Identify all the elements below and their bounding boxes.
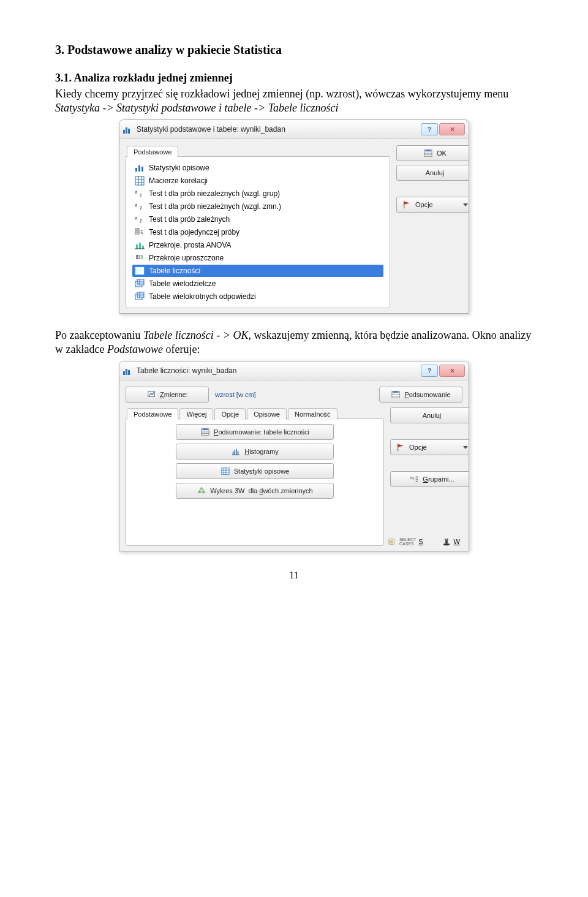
text-fragment: Po zaakceptowaniu	[55, 329, 143, 341]
window-help-button[interactable]: ?	[421, 365, 438, 377]
histograms-button[interactable]: Histogramy Histogramy	[176, 444, 334, 460]
option-statystyki-opisowe[interactable]: Statystyki opisowe	[132, 162, 383, 174]
bars-icon	[134, 163, 145, 173]
table-icon	[221, 467, 230, 475]
variables-button[interactable]: Zmienne:	[126, 387, 209, 403]
by-group-button[interactable]: Grupami... Grupami...	[390, 471, 469, 487]
tab-pane-podstawowe: Podsumowanie: tabele liczności Podsumowa…	[126, 418, 384, 546]
frequency-tables-dialog: Tabele liczności: wyniki_badan ? ✕ Zmien…	[119, 361, 469, 551]
option-label: Test t dla pojedynczej próby	[149, 228, 239, 237]
table-stack-icon	[134, 292, 145, 301]
xy-icon	[134, 202, 145, 211]
option-label: Przekroje uproszczone	[149, 254, 224, 262]
button-label: Histogramy	[244, 448, 279, 455]
dialog-titlebar: Tabele liczności: wyniki_badan ? ✕	[119, 361, 469, 380]
option-ttest-zaleznych[interactable]: Test t dla prób zależnych	[132, 213, 383, 225]
summary-freq-tables-button[interactable]: Podsumowanie: tabele liczności Podsumowa…	[176, 424, 334, 440]
tab-podstawowe[interactable]: Podstawowe	[127, 146, 178, 157]
ok-button[interactable]: OK	[396, 145, 469, 161]
button-label: Statystyki opisowe	[234, 467, 289, 475]
tabs: Podstawowe	[126, 145, 390, 157]
tab-podstawowe[interactable]: Podstawowe	[127, 408, 178, 420]
option-ttest-zmn[interactable]: Test t dla prób niezależnych (wzgl. zmn.…	[132, 200, 383, 213]
button-label: Wykres 3W dla dwóch zmiennych	[210, 487, 312, 494]
option-label: Tabele wielodzielcze	[149, 279, 216, 288]
select-cases-button[interactable]: SELECTCASES S	[387, 537, 423, 546]
button-label: Podsumowanie: tabele liczności	[214, 428, 309, 436]
option-przekroje-uproszczone[interactable]: Przekroje uproszczone	[132, 252, 383, 264]
option-tabele-wielodzielcze[interactable]: Tabele wielodzielcze	[132, 278, 383, 290]
option-label: Macierze korelacji	[149, 176, 208, 185]
table-stack-icon	[134, 279, 145, 289]
button-label: Opcje	[409, 444, 427, 451]
button-label: Podsumowanie	[404, 391, 450, 398]
analysis-option-list: Statystyki opisowe Macierze korelacji Te…	[132, 162, 383, 303]
app-icon	[123, 125, 133, 134]
footer-icons: SELECTCASES S W	[390, 537, 462, 546]
option-ttest-pojedynczej[interactable]: Test t dla pojedynczej próby	[132, 226, 383, 238]
anova-icon	[134, 240, 145, 250]
plot3d-icon	[197, 486, 206, 495]
section-heading: 3. Podstawowe analizy w pakiecie Statist…	[55, 43, 533, 57]
table-icon	[134, 266, 145, 276]
text-fragment: Kiedy chcemy przyjrzeć się rozkładowi je…	[55, 88, 508, 100]
dialog-title: Tabele liczności: wyniki_badan	[137, 366, 421, 375]
option-label: Test t dla prób zależnych	[149, 215, 230, 224]
menu-path-text: Statystyka -> Statystyki podstawowe i ta…	[55, 102, 339, 114]
button-label: Zmienne:	[160, 391, 188, 398]
dialog-title: Statystyki podstawowe i tabele: wyniki_b…	[137, 125, 421, 134]
option-tabele-wielokrotnych[interactable]: Tabele wielokrotnych odpowiedzi	[132, 290, 383, 303]
intro-paragraph-2: Po zaakceptowaniu Tabele liczności - > O…	[55, 328, 533, 356]
segments-icon	[134, 253, 145, 263]
option-label: Tabele liczności	[149, 267, 200, 275]
select-cases-label: SELECTCASES	[399, 537, 416, 546]
options-button[interactable]: Opcje	[396, 197, 469, 213]
option-tabele-licznosci[interactable]: Tabele liczności	[132, 265, 383, 277]
weight-icon	[442, 537, 451, 546]
summary-button[interactable]: Podsumowanie Podsumowanie	[379, 387, 462, 403]
options-button[interactable]: Opcje	[390, 439, 469, 455]
plot3d-button[interactable]: Wykres 3W dla dwóch zmiennych Wykres 3W …	[176, 483, 334, 499]
tab-opcje[interactable]: Opcje	[214, 408, 246, 420]
option-anova[interactable]: Przekroje, prosta ANOVA	[132, 239, 383, 251]
stats-basics-dialog: Statystyki podstawowe i tabele: wyniki_b…	[119, 119, 469, 314]
text-fragment: oferuje:	[163, 343, 200, 355]
xy-icon	[134, 189, 145, 199]
tab-opisowe[interactable]: Opisowe	[247, 408, 287, 420]
single-x-icon	[134, 227, 145, 237]
option-label: Test t dla prób niezależnych (wzgl. zmn.…	[149, 202, 281, 211]
xy-icon	[134, 214, 145, 224]
tab-wiecej[interactable]: Więcej	[179, 408, 213, 420]
weighted-button[interactable]: W	[442, 537, 460, 546]
option-label: Tabele wielokrotnych odpowiedzi	[149, 292, 256, 301]
grid-icon	[134, 176, 145, 186]
window-help-button[interactable]: ?	[421, 123, 438, 135]
option-ttest-grup[interactable]: Test t dla prób niezależnych (wzgl. grup…	[132, 187, 383, 200]
button-label: Grupami...	[423, 475, 454, 483]
button-label: Anuluj	[423, 412, 442, 419]
by-group-icon	[409, 475, 419, 483]
summary-icon	[200, 428, 210, 436]
window-close-button[interactable]: ✕	[439, 123, 465, 135]
cancel-button[interactable]: Anuluj	[396, 165, 469, 181]
cancel-button[interactable]: Anuluj	[390, 407, 469, 423]
option-label: Przekroje, prosta ANOVA	[149, 241, 232, 249]
dialog-titlebar: Statystyki podstawowe i tabele: wyniki_b…	[119, 120, 469, 139]
histogram-icon	[231, 447, 241, 456]
hotkey-label: W	[454, 538, 460, 545]
scroll-icon	[387, 537, 397, 546]
button-label: OK	[437, 150, 447, 157]
button-label: Opcje	[415, 201, 433, 208]
chevron-down-icon	[463, 203, 468, 206]
action-text: Tabele liczności - > OK	[143, 329, 248, 341]
flag-icon	[402, 200, 412, 209]
variables-row: Zmienne: wzrost [w cm] Podsumowanie Pods…	[126, 387, 462, 403]
window-close-button[interactable]: ✕	[439, 365, 465, 377]
subsection-heading: 3.1. Analiza rozkładu jednej zmiennej	[55, 72, 533, 85]
output-icon	[146, 390, 156, 399]
tab-normalnosc[interactable]: Normalność	[288, 408, 337, 420]
option-macierze-korelacji[interactable]: Macierze korelacji	[132, 175, 383, 187]
page-number: 11	[55, 570, 533, 581]
descriptive-stats-button[interactable]: Statystyki opisowe	[176, 463, 334, 479]
app-icon	[123, 366, 133, 375]
